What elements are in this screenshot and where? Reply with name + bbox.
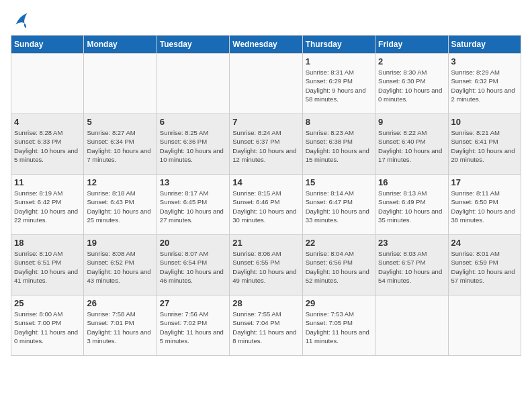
day-number: 29 — [306, 298, 372, 308]
calendar-cell — [230, 54, 302, 114]
day-detail: Sunrise: 8:17 AM Sunset: 6:45 PM Dayligh… — [160, 189, 226, 224]
calendar-cell: 28Sunrise: 7:55 AM Sunset: 7:04 PM Dayli… — [230, 295, 302, 356]
day-number: 9 — [378, 117, 445, 127]
day-detail: Sunrise: 8:14 AM Sunset: 6:47 PM Dayligh… — [306, 189, 372, 224]
day-number: 6 — [160, 117, 226, 127]
day-detail: Sunrise: 8:15 AM Sunset: 6:46 PM Dayligh… — [232, 189, 299, 224]
day-detail: Sunrise: 8:08 AM Sunset: 6:52 PM Dayligh… — [87, 249, 153, 285]
day-number: 16 — [378, 177, 445, 187]
calendar-cell: 13Sunrise: 8:17 AM Sunset: 6:45 PM Dayli… — [157, 175, 229, 235]
day-number: 4 — [14, 117, 81, 127]
day-detail: Sunrise: 8:07 AM Sunset: 6:54 PM Dayligh… — [160, 249, 226, 285]
day-detail: Sunrise: 8:22 AM Sunset: 6:40 PM Dayligh… — [378, 128, 445, 164]
day-detail: Sunrise: 7:55 AM Sunset: 7:04 PM Dayligh… — [232, 310, 299, 345]
calendar-cell: 6Sunrise: 8:25 AM Sunset: 6:36 PM Daylig… — [157, 114, 229, 175]
logo-icon — [11, 11, 30, 30]
calendar-table: SundayMondayTuesdayWednesdayThursdayFrid… — [11, 35, 521, 356]
calendar-cell: 21Sunrise: 8:06 AM Sunset: 6:55 PM Dayli… — [230, 235, 302, 295]
calendar-cell: 24Sunrise: 8:01 AM Sunset: 6:59 PM Dayli… — [448, 235, 521, 295]
day-detail: Sunrise: 7:53 AM Sunset: 7:05 PM Dayligh… — [306, 310, 372, 345]
week-row-3: 11Sunrise: 8:19 AM Sunset: 6:42 PM Dayli… — [11, 175, 521, 235]
day-detail: Sunrise: 8:11 AM Sunset: 6:50 PM Dayligh… — [451, 189, 518, 224]
day-detail: Sunrise: 7:56 AM Sunset: 7:02 PM Dayligh… — [160, 310, 226, 345]
day-detail: Sunrise: 8:21 AM Sunset: 6:41 PM Dayligh… — [451, 128, 518, 164]
day-number: 25 — [14, 298, 81, 308]
calendar-cell: 27Sunrise: 7:56 AM Sunset: 7:02 PM Dayli… — [157, 295, 229, 356]
week-row-4: 18Sunrise: 8:10 AM Sunset: 6:51 PM Dayli… — [11, 235, 521, 295]
calendar-cell: 3Sunrise: 8:29 AM Sunset: 6:32 PM Daylig… — [448, 54, 521, 114]
calendar-cell: 22Sunrise: 8:04 AM Sunset: 6:56 PM Dayli… — [302, 235, 375, 295]
day-detail: Sunrise: 8:19 AM Sunset: 6:42 PM Dayligh… — [14, 189, 81, 224]
calendar-cell — [84, 54, 157, 114]
day-detail: Sunrise: 7:58 AM Sunset: 7:01 PM Dayligh… — [87, 310, 153, 345]
day-detail: Sunrise: 8:23 AM Sunset: 6:38 PM Dayligh… — [306, 128, 372, 164]
week-row-5: 25Sunrise: 8:00 AM Sunset: 7:00 PM Dayli… — [11, 295, 521, 356]
day-number: 14 — [232, 177, 299, 187]
col-header-monday: Monday — [84, 36, 157, 54]
calendar-cell: 15Sunrise: 8:14 AM Sunset: 6:47 PM Dayli… — [302, 175, 375, 235]
calendar-cell: 8Sunrise: 8:23 AM Sunset: 6:38 PM Daylig… — [302, 114, 375, 175]
day-number: 24 — [451, 238, 518, 248]
week-row-1: 1Sunrise: 8:31 AM Sunset: 6:29 PM Daylig… — [11, 54, 521, 114]
day-detail: Sunrise: 8:03 AM Sunset: 6:57 PM Dayligh… — [378, 249, 445, 285]
day-detail: Sunrise: 8:29 AM Sunset: 6:32 PM Dayligh… — [451, 68, 518, 103]
calendar-cell: 29Sunrise: 7:53 AM Sunset: 7:05 PM Dayli… — [302, 295, 375, 356]
day-number: 18 — [14, 238, 81, 248]
col-header-saturday: Saturday — [448, 36, 521, 54]
col-header-tuesday: Tuesday — [157, 36, 229, 54]
calendar-cell: 14Sunrise: 8:15 AM Sunset: 6:46 PM Dayli… — [230, 175, 302, 235]
calendar-cell — [448, 295, 521, 356]
day-number: 8 — [306, 117, 372, 127]
day-number: 10 — [451, 117, 518, 127]
day-detail: Sunrise: 8:24 AM Sunset: 6:37 PM Dayligh… — [232, 128, 299, 164]
calendar-cell: 11Sunrise: 8:19 AM Sunset: 6:42 PM Dayli… — [11, 175, 84, 235]
day-number: 1 — [306, 56, 372, 66]
day-detail: Sunrise: 8:25 AM Sunset: 6:36 PM Dayligh… — [160, 128, 226, 164]
week-row-2: 4Sunrise: 8:28 AM Sunset: 6:33 PM Daylig… — [11, 114, 521, 175]
day-number: 28 — [232, 298, 299, 308]
day-detail: Sunrise: 8:27 AM Sunset: 6:34 PM Dayligh… — [87, 128, 153, 164]
day-number: 12 — [87, 177, 153, 187]
calendar-cell: 9Sunrise: 8:22 AM Sunset: 6:40 PM Daylig… — [375, 114, 448, 175]
day-number: 11 — [14, 177, 81, 187]
day-detail: Sunrise: 8:28 AM Sunset: 6:33 PM Dayligh… — [14, 128, 81, 164]
day-number: 7 — [232, 117, 299, 127]
calendar-cell: 10Sunrise: 8:21 AM Sunset: 6:41 PM Dayli… — [448, 114, 521, 175]
day-detail: Sunrise: 8:04 AM Sunset: 6:56 PM Dayligh… — [306, 249, 372, 285]
day-detail: Sunrise: 8:00 AM Sunset: 7:00 PM Dayligh… — [14, 310, 81, 345]
logo — [11, 11, 32, 30]
day-detail: Sunrise: 8:30 AM Sunset: 6:30 PM Dayligh… — [378, 68, 445, 103]
day-detail: Sunrise: 8:01 AM Sunset: 6:59 PM Dayligh… — [451, 249, 518, 285]
col-header-wednesday: Wednesday — [230, 36, 302, 54]
day-number: 23 — [378, 238, 445, 248]
calendar-cell — [157, 54, 229, 114]
day-number: 15 — [306, 177, 372, 187]
page-header — [11, 11, 521, 30]
calendar-cell: 2Sunrise: 8:30 AM Sunset: 6:30 PM Daylig… — [375, 54, 448, 114]
day-number: 13 — [160, 177, 226, 187]
day-number: 26 — [87, 298, 153, 308]
calendar-cell: 12Sunrise: 8:18 AM Sunset: 6:43 PM Dayli… — [84, 175, 157, 235]
day-number: 27 — [160, 298, 226, 308]
calendar-cell: 4Sunrise: 8:28 AM Sunset: 6:33 PM Daylig… — [11, 114, 84, 175]
day-number: 5 — [87, 117, 153, 127]
day-detail: Sunrise: 8:18 AM Sunset: 6:43 PM Dayligh… — [87, 189, 153, 224]
day-number: 17 — [451, 177, 518, 187]
calendar-cell: 19Sunrise: 8:08 AM Sunset: 6:52 PM Dayli… — [84, 235, 157, 295]
calendar-cell: 16Sunrise: 8:13 AM Sunset: 6:49 PM Dayli… — [375, 175, 448, 235]
col-header-friday: Friday — [375, 36, 448, 54]
day-number: 20 — [160, 238, 226, 248]
col-header-thursday: Thursday — [302, 36, 375, 54]
calendar-cell: 26Sunrise: 7:58 AM Sunset: 7:01 PM Dayli… — [84, 295, 157, 356]
calendar-cell: 1Sunrise: 8:31 AM Sunset: 6:29 PM Daylig… — [302, 54, 375, 114]
col-header-sunday: Sunday — [11, 36, 84, 54]
day-number: 3 — [451, 56, 518, 66]
calendar-cell: 17Sunrise: 8:11 AM Sunset: 6:50 PM Dayli… — [448, 175, 521, 235]
day-detail: Sunrise: 8:13 AM Sunset: 6:49 PM Dayligh… — [378, 189, 445, 224]
day-number: 22 — [306, 238, 372, 248]
day-number: 2 — [378, 56, 445, 66]
day-detail: Sunrise: 8:10 AM Sunset: 6:51 PM Dayligh… — [14, 249, 81, 285]
calendar-cell — [11, 54, 84, 114]
day-number: 19 — [87, 238, 153, 248]
day-detail: Sunrise: 8:31 AM Sunset: 6:29 PM Dayligh… — [306, 68, 372, 103]
